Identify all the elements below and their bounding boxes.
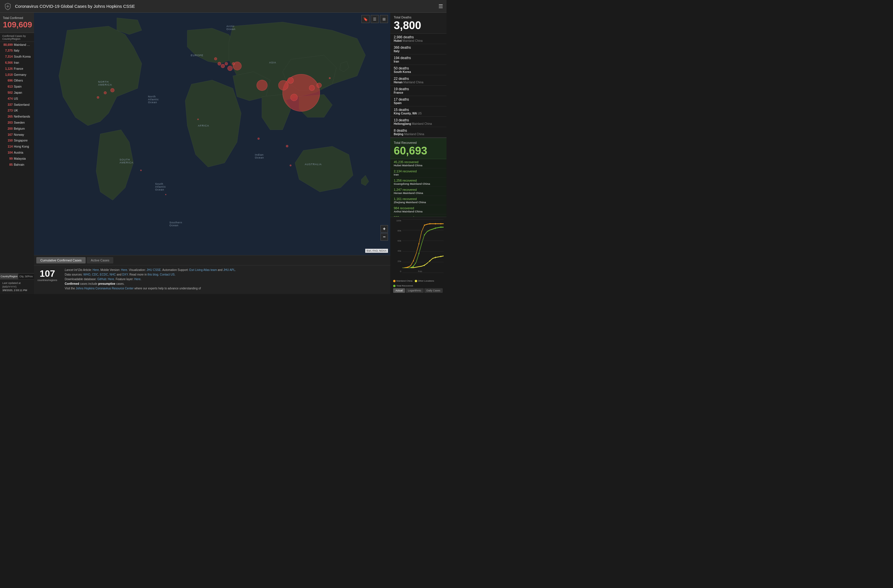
country-item[interactable]: 474US (0, 96, 34, 102)
contact-link[interactable]: Contact US (160, 273, 175, 276)
country-item[interactable]: 6,566Iran (0, 60, 34, 66)
dxy-link[interactable]: DXY (122, 273, 128, 276)
recovered-count: 1,256 recovered (394, 179, 443, 182)
legend-dot-mainland (393, 280, 395, 282)
country-count: 6,566 (2, 60, 13, 65)
country-item[interactable]: 696Others (0, 78, 34, 84)
country-item[interactable]: 613Spain (0, 84, 34, 90)
country-count: 613 (2, 84, 13, 89)
country-count: 85 (2, 162, 13, 167)
hamburger-icon[interactable]: ☰ (438, 3, 443, 9)
zoom-out-button[interactable]: − (380, 233, 388, 241)
tab-country-region[interactable]: Country/Region (0, 274, 18, 279)
recovered-item: 1,247 recoveredHenan Mainland China (390, 187, 446, 196)
country-item[interactable]: 273UK (0, 108, 34, 114)
bookmark-button[interactable]: 🔖 (361, 15, 370, 23)
country-item[interactable]: 99Malaysia (0, 156, 34, 162)
svg-point-13 (424, 264, 425, 266)
who-link[interactable]: WHO (83, 273, 90, 276)
countries-count-box: 107 countries/regions (38, 268, 57, 282)
country-item[interactable]: 7,375Italy (0, 48, 34, 54)
feature-layer-link[interactable]: Here (134, 278, 141, 281)
svg-point-18 (413, 265, 414, 267)
country-count: 114 (2, 144, 13, 149)
country-item[interactable]: 337Switzerland (0, 102, 34, 108)
country-list: 80,699Mainland China7,375Italy7,314South… (0, 42, 34, 274)
svg-point-9 (435, 223, 436, 224)
tab-city-stprov[interactable]: City, St/Prov (18, 274, 34, 279)
country-name: France (14, 66, 23, 71)
map-toolbar: 🔖 ☰ ⊞ (361, 15, 388, 23)
death-item: 13 deathsHeilongjiang Mainland China (390, 117, 446, 127)
death-item: 17 deathsSpain (390, 96, 446, 106)
country-name: Others (14, 78, 23, 83)
country-item[interactable]: 203Sweden (0, 120, 34, 126)
country-count: 273 (2, 108, 13, 113)
cdc-link[interactable]: CDC (92, 273, 98, 276)
y-label-100k: 100k (396, 220, 401, 222)
country-name: Norway (14, 132, 24, 137)
country-count: 696 (2, 78, 13, 83)
chart-panel: 100k 80k 60k 40k 20k 0 Fe (390, 217, 446, 294)
recovered-count: 1,247 recovered (394, 188, 443, 191)
death-item: 8 deathsBeijing Mainland China (390, 127, 446, 137)
tab-cumulative-confirmed[interactable]: Cumulative Confirmed Cases (36, 257, 86, 263)
country-name: Bahrain (14, 162, 24, 167)
grid-view-button[interactable]: ⊞ (380, 15, 388, 23)
grid-20k (402, 262, 443, 262)
country-item[interactable]: 114Hong Kong (0, 144, 34, 150)
country-item[interactable]: 104Austria (0, 150, 34, 156)
mobile-link[interactable]: Here (121, 268, 128, 272)
github-link[interactable]: GitHub (97, 278, 106, 281)
ecdc-link[interactable]: ECDC (100, 273, 108, 276)
country-item[interactable]: 502Japan (0, 90, 34, 96)
countries-count-label: countries/regions (38, 278, 57, 282)
github-here-link[interactable]: Here (108, 278, 114, 281)
tab-active-cases[interactable]: Active Cases (87, 257, 113, 263)
death-count: 194 deaths (394, 56, 443, 60)
country-item[interactable]: 7,314South Korea (0, 54, 34, 60)
country-item[interactable]: 85Bahrain (0, 162, 34, 168)
x-label-feb: Feb (418, 270, 422, 273)
deaths-total-value: 3,800 (394, 20, 443, 32)
total-recovered-panel: Total Recovered 60,693 (390, 137, 446, 159)
recovered-total-value: 60,693 (394, 145, 443, 157)
country-name: Italy (14, 48, 19, 53)
lancet-link[interactable]: Here (93, 268, 99, 272)
recovered-item: 2,134 recoveredIran (390, 168, 446, 177)
recovered-panel-title: Total Recovered (394, 141, 443, 144)
country-item[interactable]: 167Norway (0, 132, 34, 138)
country-item[interactable]: 1,126France (0, 66, 34, 72)
map-area[interactable]: NORTHAMERICA EUROPE ASIA AFRICA SOUTHAME… (34, 13, 390, 255)
country-name: Mainland China (14, 42, 32, 47)
recovered-count: 984 recovered (394, 206, 443, 210)
country-item[interactable]: 80,699Mainland China (0, 42, 34, 48)
jhu-csse-link[interactable]: JHU CSSE (146, 268, 161, 272)
country-name: Belgium (14, 126, 25, 131)
svg-point-19 (418, 253, 419, 254)
zoom-in-button[interactable]: + (380, 225, 388, 233)
left-sidebar: Total Confirmed 109,609 Confirmed Cases … (0, 13, 34, 294)
chart-tab-logarithmic[interactable]: Logarithmic (406, 288, 424, 293)
app-title: Coronavirus COVID-19 Global Cases by Joh… (15, 4, 438, 9)
country-item[interactable]: 150Singapore (0, 137, 34, 144)
death-item: 50 deathsSouth Korea (390, 65, 446, 75)
chart-tab-actual[interactable]: Actual (393, 288, 405, 293)
death-place: Heilongjiang Mainland China (394, 122, 443, 125)
blog-link[interactable]: this blog (147, 273, 158, 276)
esri-link[interactable]: Esri Living Atlas team (189, 268, 217, 272)
death-place: Henan Mainland China (394, 81, 443, 84)
death-item: 366 deathsItaly (390, 44, 446, 54)
list-view-button[interactable]: ☰ (371, 15, 379, 23)
recovered-place: Anhui Mainland China (394, 210, 443, 213)
country-item[interactable]: 265Netherlands (0, 114, 34, 120)
country-item[interactable]: 200Belgium (0, 126, 34, 132)
right-panels: Total Deaths 3,800 2,986 deathsHubei Mai… (390, 13, 446, 294)
death-count: 8 deaths (394, 129, 443, 132)
chart-tab-daily[interactable]: Daily Cases (424, 288, 443, 293)
death-count: 15 deaths (394, 108, 443, 112)
jhu-apl-link[interactable]: JHU APL (223, 268, 235, 272)
country-item[interactable]: 1,018Germany (0, 72, 34, 78)
jhu-resource-link[interactable]: Johns Hopkins Coronavirus Resource Cente… (76, 287, 134, 290)
nhc-link[interactable]: NHC (110, 273, 116, 276)
